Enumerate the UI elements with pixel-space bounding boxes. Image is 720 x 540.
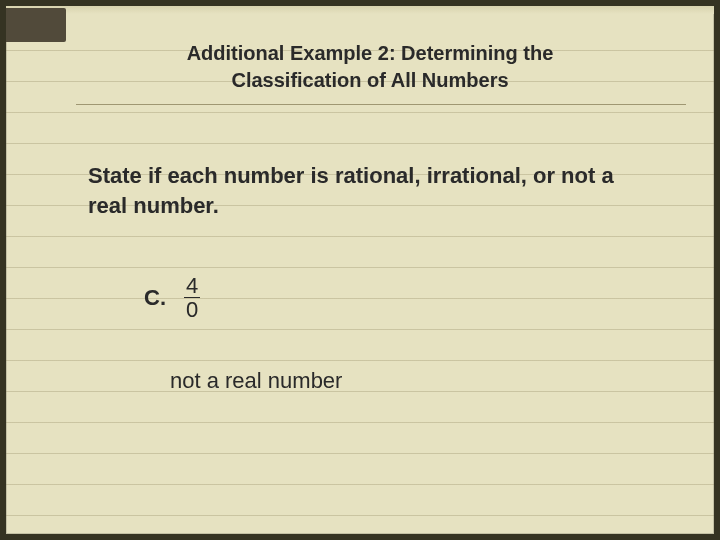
slide-title: Additional Example 2: Determining the Cl… <box>86 40 654 94</box>
page-top-edge <box>6 6 714 14</box>
item-label: C. <box>144 285 166 311</box>
ruled-lines <box>6 20 714 524</box>
slide-paper: Additional Example 2: Determining the Cl… <box>6 6 714 534</box>
fraction-numerator: 4 <box>184 274 200 298</box>
slide-title-line2: Classification of All Numbers <box>231 69 508 91</box>
item-row: C. 4 0 <box>144 274 200 321</box>
fraction-denominator: 0 <box>184 298 200 321</box>
title-underline <box>76 104 686 105</box>
slide-title-line1: Additional Example 2: Determining the <box>187 42 554 64</box>
binder-tab-icon <box>6 8 66 42</box>
answer-text: not a real number <box>170 368 342 394</box>
prompt-text: State if each number is rational, irrati… <box>88 161 644 220</box>
fraction: 4 0 <box>184 274 200 321</box>
